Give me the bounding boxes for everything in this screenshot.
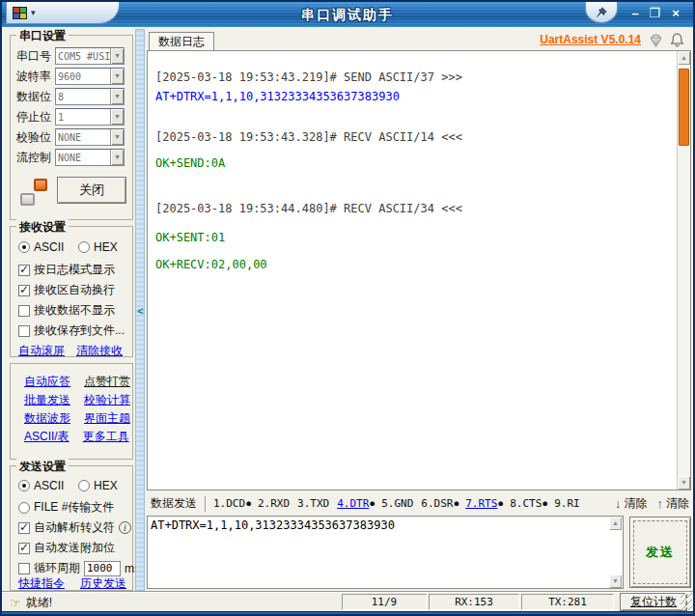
port-state-icon[interactable] xyxy=(20,179,47,206)
tab-data-log[interactable]: 数据日志 xyxy=(149,32,214,50)
clear-send-button[interactable]: ↑ 清除 xyxy=(657,495,690,512)
cycle-label: 循环周期 xyxy=(34,560,80,576)
log-mode-label: 按日志模式显示 xyxy=(34,262,115,278)
info-icon[interactable]: i xyxy=(119,521,131,534)
save-to-file-checkbox[interactable]: 接收保存到文件... xyxy=(18,322,125,339)
maximize-button[interactable]: ❐ xyxy=(647,6,662,21)
hide-recv-checkbox[interactable]: 接收数据不显示 xyxy=(18,302,115,319)
log-tabstrip: 数据日志 UartAssist V5.0.14 xyxy=(147,31,691,50)
scroll-down-icon[interactable]: ▼ xyxy=(678,476,690,490)
status-bar: ☞ 就绪! 11/9 RX:153 TX:281 复位计数 xyxy=(2,591,693,611)
pin-rts-toggle[interactable]: 7.RTS● xyxy=(465,497,503,510)
shortcut-commands-link[interactable]: 快捷指令 xyxy=(18,575,65,592)
append-bits-label: 自动发送附加位 xyxy=(34,540,115,556)
bell-icon[interactable] xyxy=(669,32,685,51)
send-hex-label: HEX xyxy=(94,479,118,492)
auto-wrap-checkbox[interactable]: 接收区自动换行 xyxy=(18,282,115,298)
brand-version-link[interactable]: UartAssist V5.0.14 xyxy=(540,33,641,46)
baud-rate-select[interactable]: 9600 ▼ xyxy=(55,68,125,85)
port-open-square-icon xyxy=(34,179,47,191)
log-output[interactable]: [2025-03-18 19:53:43.219]# SEND ASCII/37… xyxy=(148,51,677,490)
auto-reply-link[interactable]: 自动应答 xyxy=(24,374,70,390)
send-input-box: AT+DTRX=1,1,10,31323334353637383930 ▲ ▼ xyxy=(147,516,624,589)
ascii-table-link[interactable]: ASCII/表 xyxy=(24,429,70,445)
chevron-down-icon: ▼ xyxy=(110,89,124,104)
checkbox-icon xyxy=(18,305,30,317)
scroll-up-icon[interactable]: ▲ xyxy=(609,517,622,530)
scroll-up-icon[interactable]: ▲ xyxy=(678,51,690,65)
divider xyxy=(205,496,206,512)
send-hex-radio[interactable]: HEX xyxy=(78,479,118,492)
serial-settings-title: 串口设置 xyxy=(16,28,69,44)
data-bits-label: 数据位 xyxy=(16,89,51,105)
sidebar-splitter[interactable]: < xyxy=(135,29,145,591)
reset-counters-button[interactable]: 复位计数 xyxy=(620,593,687,611)
scroll-down-icon[interactable]: ▼ xyxy=(609,574,622,588)
cycle-checkbox-icon[interactable] xyxy=(18,563,30,574)
parity-label: 校验位 xyxy=(16,129,51,146)
pin-dsr: 6.DSR● xyxy=(421,497,459,510)
auto-scroll-link[interactable]: 自动滚屏 xyxy=(18,343,65,359)
escape-parse-label: 自动解析转义符 xyxy=(34,519,115,536)
baud-rate-label: 波特率 xyxy=(16,69,51,85)
pin-dtr-toggle[interactable]: 4.DTR● xyxy=(337,497,375,510)
send-settings-group: 发送设置 ASCII HEX FILE #传输文件 自动解析转义符 i 自动发送… xyxy=(10,465,133,591)
send-scrollbar[interactable]: ▲ ▼ xyxy=(609,517,623,588)
tab-data-send[interactable]: 数据发送 xyxy=(147,495,205,512)
clear-receive-button[interactable]: ↓ 清除 xyxy=(615,495,648,512)
theme-link[interactable]: 界面主题 xyxy=(84,410,130,427)
save-to-file-label: 接收保存到文件... xyxy=(34,322,125,339)
parity-select[interactable]: NONE ▼ xyxy=(55,128,125,146)
minimize-button[interactable]: – xyxy=(627,6,643,21)
log-recv-data: OK+RECV:02,00,00 xyxy=(155,258,669,272)
data-waveform-link[interactable]: 数据波形 xyxy=(24,410,70,427)
window-bottom-frame xyxy=(2,611,693,615)
close-port-button[interactable]: 关闭 xyxy=(57,177,126,204)
parity-value: NONE xyxy=(56,132,110,143)
receive-settings-title: 接收设置 xyxy=(16,219,69,236)
checksum-calc-link[interactable]: 校验计算 xyxy=(84,392,130,408)
send-file-radio[interactable]: FILE #传输文件 xyxy=(18,499,114,516)
pin-rxd: 2.RXD xyxy=(258,497,291,510)
recv-hex-radio[interactable]: HEX xyxy=(78,240,118,254)
close-button[interactable]: × xyxy=(668,6,683,21)
pin-gnd: 5.GND xyxy=(381,497,414,510)
send-settings-title: 发送设置 xyxy=(16,459,69,475)
status-tx-count: TX:281 xyxy=(521,594,614,610)
more-tools-link[interactable]: 更多工具 xyxy=(83,429,129,445)
app-window: ▾ 串口调试助手 – ❐ × 串口设置 串口号 COM5 #USI ▼ 波特率 … xyxy=(0,0,695,616)
resize-grip[interactable] xyxy=(681,593,692,610)
serial-settings-group: 串口设置 串口号 COM5 #USI ▼ 波特率 9600 ▼ 数据位 8 ▼ … xyxy=(10,35,133,220)
stop-bits-value: 1 xyxy=(56,112,110,123)
status-ready-text: 就绪! xyxy=(26,595,52,611)
escape-parse-checkbox[interactable]: 自动解析转义符 i xyxy=(18,519,131,536)
gem-icon[interactable] xyxy=(648,32,664,51)
com-port-select[interactable]: COM5 #USI ▼ xyxy=(55,47,125,65)
data-log-panel: [2025-03-18 19:53:43.219]# SEND ASCII/37… xyxy=(147,50,691,490)
append-bits-checkbox[interactable]: 自动发送附加位 xyxy=(18,540,115,556)
send-input[interactable]: AT+DTRX=1,1,10,31323334353637383930 xyxy=(148,517,609,588)
recv-ascii-radio[interactable]: ASCII xyxy=(18,240,64,254)
chevron-down-icon: ▼ xyxy=(110,69,124,84)
cycle-period-input[interactable] xyxy=(84,561,121,576)
pin-state-dot: ● xyxy=(246,499,251,508)
recv-ascii-label: ASCII xyxy=(34,240,64,254)
log-scrollbar-thumb[interactable] xyxy=(679,69,689,146)
send-ascii-radio[interactable]: ASCII xyxy=(18,479,64,492)
collapse-sidebar-icon[interactable]: < xyxy=(136,298,145,323)
log-recv-data: OK+SEND:0A xyxy=(155,156,669,171)
flow-control-value: NONE xyxy=(56,153,110,163)
stop-bits-select[interactable]: 1 ▼ xyxy=(55,108,125,126)
data-bits-select[interactable]: 8 ▼ xyxy=(55,88,125,105)
clear-receive-link[interactable]: 清除接收 xyxy=(76,343,123,359)
donate-link[interactable]: 点赞打赏 xyxy=(84,374,130,390)
history-send-link[interactable]: 历史发送 xyxy=(80,575,126,592)
send-toolbar: 数据发送 1.DCD● 2.RXD 3.TXD 4.DTR● 5.GND 6.D… xyxy=(147,492,691,515)
log-mode-checkbox[interactable]: 按日志模式显示 xyxy=(18,262,115,278)
batch-send-link[interactable]: 批量发送 xyxy=(24,392,70,408)
radio-icon xyxy=(18,502,30,514)
log-scrollbar[interactable]: ▲ ▼ xyxy=(677,51,690,490)
send-button[interactable]: 发送 xyxy=(629,517,691,588)
radio-icon xyxy=(18,480,30,491)
flow-control-select[interactable]: NONE ▼ xyxy=(55,149,125,166)
